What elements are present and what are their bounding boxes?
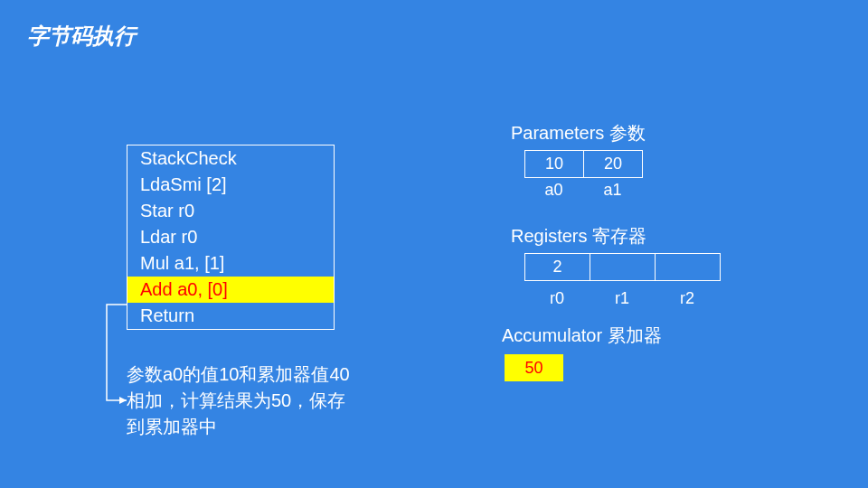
- reg-name-2: r2: [655, 289, 720, 308]
- params-label: Parameters 参数: [511, 121, 646, 145]
- registers-table: 2: [524, 253, 721, 281]
- param-name-1: a1: [583, 181, 642, 200]
- instr-4: Mul a1, [1]: [127, 250, 334, 277]
- instr-3: Ldar r0: [127, 224, 334, 250]
- callout-text: 参数a0的值10和累加器值40相加，计算结果为50，保存到累加器中: [127, 361, 353, 440]
- reg-value-1: [590, 254, 656, 281]
- param-value-1: 20: [584, 151, 643, 178]
- callout-connector: [99, 305, 127, 407]
- param-name-0: a0: [524, 181, 583, 200]
- param-value-0: 10: [525, 151, 584, 178]
- registers-names: r0 r1 r2: [524, 289, 720, 308]
- registers-label: Registers 寄存器: [511, 224, 646, 249]
- page-title: 字节码执行: [27, 22, 136, 51]
- instr-0: StackCheck: [127, 145, 334, 172]
- accumulator-label: Accumulator 累加器: [502, 324, 662, 348]
- reg-value-2: [656, 254, 721, 281]
- reg-value-0: 2: [525, 254, 590, 281]
- params-names: a0 a1: [524, 181, 642, 200]
- instr-1: LdaSmi [2]: [127, 172, 334, 198]
- accumulator-value: 50: [505, 354, 563, 381]
- instr-6: Return: [127, 303, 334, 329]
- bytecode-listing: StackCheck LdaSmi [2] Star r0 Ldar r0 Mu…: [127, 145, 335, 330]
- instr-2: Star r0: [127, 198, 334, 224]
- instr-5-highlight: Add a0, [0]: [127, 277, 334, 303]
- reg-name-0: r0: [524, 289, 590, 308]
- reg-name-1: r1: [590, 289, 655, 308]
- params-table: 10 20: [524, 150, 643, 178]
